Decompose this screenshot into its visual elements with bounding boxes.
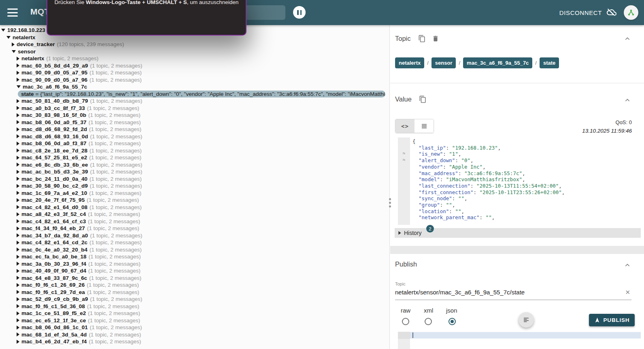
tree-node[interactable]: mac_3c_a6_f6_9a_55_7c — [0, 83, 389, 91]
delete-topic-icon[interactable] — [432, 35, 439, 42]
expanded-arrow-icon[interactable] — [17, 85, 21, 88]
collapsed-arrow-icon[interactable] — [17, 113, 19, 117]
disconnect-button[interactable]: DISCONNECT — [559, 9, 602, 16]
raw-view-button[interactable]: <> — [395, 119, 414, 133]
tree-node[interactable]: mac_90_09_d0_05_a7_95(1 topic, 2 message… — [0, 69, 389, 76]
collapsed-arrow-icon[interactable] — [17, 332, 19, 336]
collapsed-arrow-icon[interactable] — [17, 212, 19, 216]
collapsed-arrow-icon[interactable] — [17, 106, 19, 110]
tree-node[interactable]: mac_a0_b3_cc_8f_f7_33(1 topic, 2 message… — [0, 105, 389, 112]
collapsed-arrow-icon[interactable] — [17, 276, 19, 280]
tree-node[interactable]: mac_1c_ce_51_89_f5_e2(1 topic, 2 message… — [0, 310, 389, 317]
tree-node[interactable]: sensor — [0, 48, 389, 55]
tree-node[interactable]: mac_40_49_0f_90_67_d4(1 topic, 2 message… — [0, 267, 389, 275]
format-raw-radio[interactable] — [402, 318, 409, 325]
topic-chip[interactable]: netalertx — [395, 57, 424, 68]
collapsed-arrow-icon[interactable] — [17, 99, 19, 103]
tree-node[interactable]: mac_b8_06_0d_a0_f3_87(1 topic, 2 message… — [0, 140, 389, 147]
clear-topic-icon[interactable]: ✕ — [625, 289, 630, 296]
collapsed-arrow-icon[interactable] — [17, 219, 19, 223]
tree-node[interactable]: mac_c4_82_e1_64_cf_c3(1 topic, 2 message… — [0, 218, 389, 225]
collapsed-arrow-icon[interactable] — [17, 226, 19, 231]
collapsed-arrow-icon[interactable] — [17, 170, 19, 174]
collapsed-arrow-icon[interactable] — [17, 247, 19, 252]
publish-topic-input[interactable]: netalertx/sensor/mac_3c_a6_f6_9a_55_7c/s… — [395, 289, 620, 296]
tree-node[interactable]: mac_3a_0b_30_23_96_f4(1 topic, 2 message… — [0, 260, 389, 268]
collapsed-arrow-icon[interactable] — [17, 318, 19, 322]
tree-node[interactable]: mac_a8_42_e3_3f_52_c4(1 topic, 2 message… — [0, 211, 389, 218]
collapsed-arrow-icon[interactable] — [12, 42, 15, 47]
collapsed-arrow-icon[interactable] — [17, 255, 19, 259]
tree-node[interactable]: mac_90_09_d0_05_a7_96(1 topic, 2 message… — [0, 76, 389, 84]
tree-node[interactable]: mac_bc_24_11_d0_0a_40(1 topic, 2 message… — [0, 176, 389, 183]
tree-node[interactable]: mac_f0_f6_c1_29_7d_ea(1 topic, 2 message… — [0, 289, 389, 296]
collapsed-arrow-icon[interactable] — [17, 304, 19, 308]
collapsed-arrow-icon[interactable] — [17, 233, 19, 237]
tree-node[interactable]: mac_30_58_90_bc_c2_d9(1 topic, 2 message… — [0, 182, 389, 190]
tree-node[interactable]: mac_50_81_40_db_b8_79(1 topic, 2 message… — [0, 97, 389, 105]
payload-editor[interactable] — [398, 332, 641, 349]
tree-node[interactable]: mac_f0_f6_c1_26_69_26(1 topic, 2 message… — [0, 281, 389, 289]
collapsed-arrow-icon[interactable] — [17, 134, 19, 138]
tree-node[interactable]: mac_34_b7_da_92_8d_a0(1 topic, 2 message… — [0, 232, 389, 239]
collapsed-arrow-icon[interactable] — [17, 127, 19, 131]
panel-resize-handle[interactable] — [387, 197, 392, 209]
expanded-arrow-icon[interactable] — [1, 29, 5, 32]
tree-node[interactable]: mac_ec_fa_bc_a0_be_18(1 topic, 2 message… — [0, 253, 389, 260]
collapsed-arrow-icon[interactable] — [17, 63, 19, 68]
tree-node[interactable]: mac_b8_06_0d_86_1c_01(1 topic, 2 message… — [0, 324, 389, 331]
tree-node[interactable]: mac_c4_82_e1_64_cd_2c(1 topic, 2 message… — [0, 239, 389, 246]
pause-button[interactable] — [293, 6, 306, 19]
collapsed-arrow-icon[interactable] — [17, 205, 19, 209]
collapsed-arrow-icon[interactable] — [17, 311, 19, 315]
tree-node[interactable]: mac_f0_f6_c1_5d_36_08(1 topic, 2 message… — [0, 303, 389, 310]
tree-node[interactable]: mac_ac_bc_b5_d3_3e_39(1 topic, 2 message… — [0, 168, 389, 176]
tree-node[interactable]: mac_b4_e6_2d_47_eb_f4(1 topic, 2 message… — [0, 338, 389, 345]
copy-topic-icon[interactable] — [418, 35, 426, 42]
format-xml-radio[interactable] — [425, 318, 432, 325]
format-payload-button[interactable] — [519, 312, 534, 328]
collapsed-arrow-icon[interactable] — [17, 262, 19, 266]
collapsed-arrow-icon[interactable] — [17, 297, 19, 301]
tree-node[interactable]: mac_ec_e5_12_1f_3e_ce(1 topic, 2 message… — [0, 317, 389, 324]
tree-node[interactable]: mac_68_1d_ef_3d_5a_4d(1 topic, 2 message… — [0, 331, 389, 338]
avatar[interactable] — [624, 5, 638, 20]
collapsed-arrow-icon[interactable] — [17, 241, 19, 245]
collapsed-arrow-icon[interactable] — [17, 71, 19, 75]
topic-chip[interactable]: mac_3c_a6_f6_9a_55_7c — [463, 57, 532, 68]
tree-node[interactable]: mac_60_b5_8d_d4_29_a9(1 topic, 2 message… — [0, 62, 389, 70]
tree-node[interactable]: mac_c4_82_e1_64_d0_08(1 topic, 2 message… — [0, 204, 389, 211]
collapsed-arrow-icon[interactable] — [17, 326, 19, 330]
tree-node[interactable]: device_tracker(120 topics, 239 messages) — [0, 41, 389, 48]
collapsed-arrow-icon[interactable] — [17, 163, 19, 167]
tree-node[interactable]: mac_20_4e_7f_6f_75_95(1 topic, 2 message… — [0, 197, 389, 204]
collapsed-arrow-icon[interactable] — [17, 290, 19, 294]
collapsed-arrow-icon[interactable] — [17, 78, 19, 82]
topic-chip[interactable]: sensor — [431, 57, 456, 68]
tree-node[interactable]: mac_e6_8c_db_33_6b_ee(1 topic, 2 message… — [0, 161, 389, 169]
collapsed-arrow-icon[interactable] — [17, 198, 19, 202]
collapsed-arrow-icon[interactable] — [17, 142, 19, 146]
collapse-publish-icon[interactable] — [624, 262, 631, 270]
tree-node[interactable]: mac_d8_d6_68_93_16_0d(1 topic, 2 message… — [0, 133, 389, 140]
tree-node[interactable]: mac_b8_06_0d_a0_f5_37(1 topic, 2 message… — [0, 119, 389, 126]
topic-chip[interactable]: state — [540, 57, 559, 68]
publish-button[interactable]: PUBLISH — [589, 314, 635, 326]
menu-icon[interactable] — [7, 8, 18, 17]
expanded-arrow-icon[interactable] — [12, 50, 16, 53]
tree-node[interactable]: mac_1c_69_7a_a4_e2_10(1 topic, 2 message… — [0, 190, 389, 197]
tree-node[interactable]: mac_30_83_98_16_5f_0b(1 topic, 2 message… — [0, 112, 389, 119]
diff-view-button[interactable] — [414, 119, 434, 133]
json-value-viewer[interactable]: { "last_ip": "192.168.10.23", "is_new": … — [398, 137, 641, 225]
tree-node[interactable]: mac_c8_2e_18_ee_7d_28(1 topic, 2 message… — [0, 147, 389, 154]
collapsed-arrow-icon[interactable] — [17, 283, 19, 287]
tree-node[interactable]: mac_64_e8_33_87_9c_6c(1 topic, 2 message… — [0, 275, 389, 282]
collapsed-arrow-icon[interactable] — [17, 120, 19, 124]
collapsed-arrow-icon[interactable] — [17, 340, 19, 344]
collapsed-arrow-icon[interactable] — [17, 148, 19, 152]
tree-node-state-selected[interactable]: state = {"last_ip": "192.168.10.23", "is… — [18, 91, 385, 98]
collapsed-arrow-icon[interactable] — [17, 177, 19, 181]
tree-node[interactable]: mac_f4_34_f0_64_eb_27(1 topic, 2 message… — [0, 225, 389, 232]
collapsed-arrow-icon[interactable] — [17, 191, 19, 195]
collapsed-arrow-icon[interactable] — [17, 156, 19, 160]
